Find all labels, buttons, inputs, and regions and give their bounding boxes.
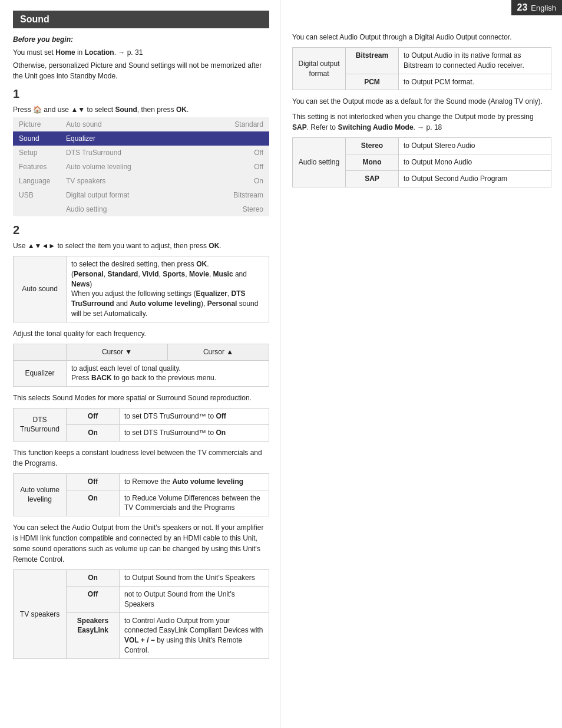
- constant-loudness-text: This function keeps a constant loudness …: [13, 447, 269, 469]
- stereo-desc: to Output Stereo Audio: [399, 138, 551, 154]
- menu-row-value: Standard: [154, 117, 269, 131]
- section-title: Sound: [13, 11, 269, 28]
- sap-desc: to Output Second Audio Program: [399, 170, 551, 187]
- menu-row-label: Language: [13, 174, 60, 188]
- step1-text: Press 🏠 and use ▲▼ to select Sound, then…: [13, 104, 269, 115]
- menu-row-setting: TV speakers: [60, 174, 154, 188]
- page-badge: 23 English: [511, 0, 562, 15]
- auto-volume-table: Auto volumeleveling Off to Remove the Au…: [13, 473, 269, 516]
- tv-speakers-off-desc: not to Output Sound from the Unit's Spea…: [120, 586, 269, 612]
- digital-output-intro: You can select Audio Output through a Di…: [292, 32, 551, 42]
- auto-volume-off-desc: to Remove the Auto volume leveling: [120, 473, 269, 490]
- intro-text-1: You must set Home in Location. → p. 31: [13, 47, 269, 58]
- tv-speakers-off-label: Off: [67, 586, 120, 612]
- menu-row-value: Off: [154, 160, 269, 174]
- menu-row-setting: Digital output format: [60, 188, 154, 202]
- dts-label: DTS TruSurround: [14, 409, 67, 442]
- intro-text-2: Otherwise, personalized Picture and Soun…: [13, 60, 269, 81]
- dts-on-desc: to set DTS TruSurround™ to On: [120, 424, 269, 441]
- equalizer-table: Cursor ▼ Cursor ▲ Equalizer to adjust ea…: [13, 344, 269, 387]
- right-column: You can select Audio Output through a Di…: [280, 0, 562, 728]
- cursor-up-header: Cursor ▲: [167, 344, 269, 360]
- menu-row: Audio settingStereo: [13, 202, 269, 216]
- tv-speakers-easylink-label: SpeakersEasyLink: [67, 612, 120, 658]
- menu-row: FeaturesAuto volume levelingOff: [13, 160, 269, 174]
- menu-row-label: Setup: [13, 146, 60, 160]
- audio-setting-table: Audio setting Stereo to Output Stereo Au…: [292, 137, 551, 187]
- sap-label: SAP: [346, 170, 399, 187]
- step1-number: 1: [13, 87, 269, 101]
- dts-off-desc: to set DTS TruSurround™ to Off: [120, 409, 269, 425]
- step2-text: Use ▲▼◄► to select the item you want to …: [13, 241, 269, 251]
- page-number: 23: [517, 2, 528, 13]
- auto-volume-on-label: On: [67, 490, 120, 516]
- menu-table: PictureAuto soundStandardSoundEqualizerS…: [13, 117, 269, 216]
- bitstream-label: Bitstream: [346, 48, 399, 74]
- audio-setting-label: Audio setting: [293, 138, 346, 187]
- tv-speakers-easylink-desc: to Control Audio Output from your connec…: [120, 612, 269, 658]
- auto-volume-on-desc: to Reduce Volume Differences between the…: [120, 490, 269, 516]
- equalizer-desc: to adjust each level of tonal quality. P…: [67, 360, 269, 387]
- tv-speakers-on-label: On: [67, 570, 120, 587]
- menu-row-setting: Audio setting: [60, 202, 154, 216]
- menu-row-setting: DTS TruSurround: [60, 146, 154, 160]
- auto-sound-label: Auto sound: [14, 256, 67, 322]
- menu-row-setting: Auto sound: [60, 117, 154, 131]
- tv-speakers-table: TV speakers On to Output Sound from the …: [13, 569, 269, 659]
- tv-speakers-intro: You can select the Audio Output from the…: [13, 522, 269, 565]
- mono-label: Mono: [346, 154, 399, 171]
- menu-row-value: Off: [154, 146, 269, 160]
- tv-speakers-label: TV speakers: [14, 570, 67, 659]
- menu-row-label: USB: [13, 188, 60, 202]
- menu-row-label: Picture: [13, 117, 60, 131]
- cursor-down-header: Cursor ▼: [67, 344, 168, 360]
- output-mode-text: You can set the Output mode as a default…: [292, 96, 551, 107]
- menu-row-value: On: [154, 174, 269, 188]
- equalizer-header-empty: [14, 344, 67, 360]
- auto-sound-desc1: to select the desired setting, then pres…: [67, 256, 269, 322]
- auto-volume-label: Auto volumeleveling: [14, 473, 67, 516]
- menu-row-setting: Auto volume leveling: [60, 160, 154, 174]
- dts-trusurround-table: DTS TruSurround Off to set DTS TruSurrou…: [13, 408, 269, 442]
- page-lang: English: [531, 4, 556, 12]
- menu-row-setting: Equalizer: [60, 131, 154, 146]
- menu-row-value: Bitstream: [154, 188, 269, 202]
- step2-number: 2: [13, 223, 269, 237]
- menu-row: LanguageTV speakersOn: [13, 174, 269, 188]
- dts-off-label: Off: [67, 409, 120, 425]
- adjust-tonal-text: Adjust the tonal quality for each freque…: [13, 328, 269, 339]
- menu-row-label: [13, 202, 60, 216]
- menu-row-label: Features: [13, 160, 60, 174]
- menu-row: PictureAuto soundStandard: [13, 117, 269, 131]
- menu-row: USBDigital output formatBitstream: [13, 188, 269, 202]
- menu-row-value: Stereo: [154, 202, 269, 216]
- pcm-desc: to Output PCM format.: [399, 74, 551, 90]
- equalizer-label: Equalizer: [14, 360, 67, 387]
- pcm-label: PCM: [346, 74, 399, 90]
- left-column: Sound Before you begin: You must set Hom…: [0, 0, 280, 728]
- auto-sound-table: Auto sound to select the desired setting…: [13, 256, 269, 322]
- digital-output-table: Digital outputformat Bitstream to Output…: [292, 47, 551, 90]
- stereo-label: Stereo: [346, 138, 399, 154]
- menu-row-label: Sound: [13, 131, 60, 146]
- digital-output-label: Digital outputformat: [293, 48, 346, 90]
- auto-volume-off-label: Off: [67, 473, 120, 490]
- dts-on-label: On: [67, 424, 120, 441]
- sap-text: This setting is not interlocked when you…: [292, 111, 551, 133]
- mono-desc: to Output Mono Audio: [399, 154, 551, 171]
- bitstream-desc: to Output Audio in its native format as …: [399, 48, 551, 74]
- selects-sound-text: This selects Sound Modes for more spatia…: [13, 393, 269, 403]
- tv-speakers-on-desc: to Output Sound from the Unit's Speakers: [120, 570, 269, 587]
- menu-row: SetupDTS TruSurroundOff: [13, 146, 269, 160]
- before-begin-label: Before you begin:: [13, 35, 269, 44]
- menu-row: SoundEqualizer: [13, 131, 269, 146]
- menu-row-value: [154, 131, 269, 146]
